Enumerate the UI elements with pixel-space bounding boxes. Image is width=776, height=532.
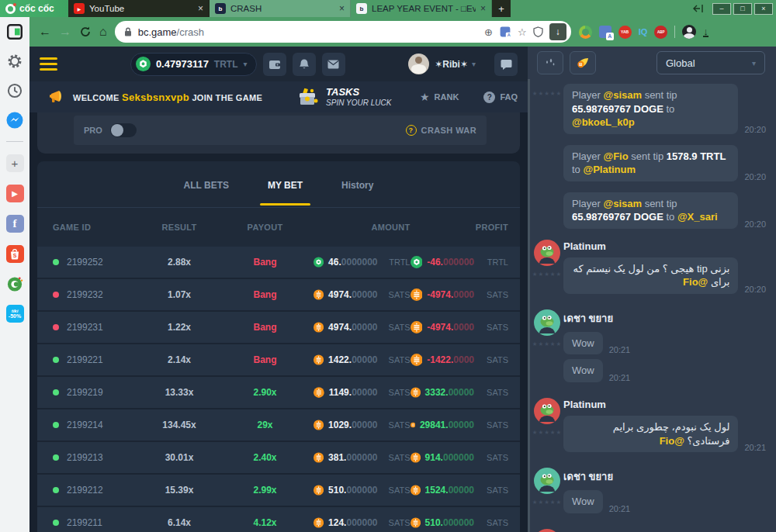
iq-extension-icon[interactable]: IQ — [639, 27, 648, 36]
table-row[interactable]: 2199214134.45x29x1029.00000SATS29841.000… — [37, 409, 520, 442]
messages-button[interactable] — [322, 53, 345, 76]
fireball-button[interactable]: B — [570, 51, 596, 74]
bookmark-star-icon[interactable]: ☆ — [518, 26, 527, 38]
chat-bubble[interactable]: Wow — [563, 332, 603, 355]
crash-war-link[interactable]: ? CRASH WAR — [406, 125, 476, 136]
avatar[interactable] — [534, 529, 560, 532]
avatar[interactable] — [534, 398, 560, 424]
payout-cell: Bang — [217, 354, 314, 365]
facebook-shortcut-icon[interactable]: f — [6, 215, 24, 233]
chat-messages: ★★★★★Player @sisam sent tip 65.98769767 … — [528, 79, 776, 532]
coin-rain-button[interactable] — [537, 51, 563, 74]
user-avatar[interactable] — [408, 54, 429, 74]
new-tab-button[interactable]: + — [492, 0, 511, 17]
table-row[interactable]: 219921215.39x2.99x510.000000SATS1524.000… — [37, 475, 520, 507]
user-level-stars: ★★★★★ — [532, 340, 563, 347]
reload-button[interactable] — [79, 26, 92, 38]
tip-bubble[interactable]: Player @sisam sent tip 65.98769767 DOGE … — [563, 84, 738, 134]
history-icon[interactable] — [6, 82, 23, 99]
settings-gear-icon[interactable] — [6, 53, 23, 70]
address-bar[interactable]: bc.game/crash ⊕ ☆ ↓ — [115, 21, 571, 43]
shopee-shortcut-icon[interactable]: S — [6, 245, 24, 263]
chat-username[interactable]: Platinum — [563, 530, 766, 532]
coccoc-shortcut-icon[interactable] — [6, 275, 23, 292]
chat-bubble[interactable]: Wow — [563, 359, 603, 382]
download-bar-icon[interactable]: ↓ — [549, 23, 566, 40]
rank-link[interactable]: ★ RANK — [420, 91, 459, 103]
wallet-button[interactable] — [263, 53, 286, 76]
tip-bubble[interactable]: Player @sisam sent tip 65.98769767 DOGE … — [563, 192, 738, 229]
chat-username[interactable]: เดชา ขยาย — [563, 468, 766, 485]
add-circle-icon[interactable]: ⊕ — [484, 26, 493, 38]
table-row[interactable]: 21992311.22xBang4974.00000SATS-4974.0000… — [37, 312, 520, 344]
forward-button[interactable]: → — [59, 25, 71, 39]
chat-toggle-button[interactable] — [494, 53, 518, 76]
back-button[interactable]: ← — [39, 25, 51, 39]
translate-extension-icon[interactable] — [599, 26, 611, 38]
tasks-widget[interactable]: TASKS SPIN YOUR LUCK — [296, 87, 391, 107]
table-row[interactable]: 219921913.33x2.90x1149.00000SATS3332.000… — [37, 377, 520, 409]
tab-my-bet[interactable]: MY BET — [266, 164, 304, 206]
profit-cell: -46.000000 — [411, 256, 475, 268]
tab-close-icon[interactable]: × — [198, 3, 203, 14]
youtube-shortcut-icon[interactable]: ▶ — [6, 185, 24, 202]
chat-username[interactable]: เดชา ขยาย — [563, 310, 766, 326]
adblock-extension-icon[interactable]: ABP — [654, 26, 667, 39]
minimize-button[interactable]: – — [712, 3, 731, 15]
avatar[interactable] — [534, 468, 560, 494]
tiki-shortcut-icon[interactable]: tiki-50% — [6, 305, 24, 323]
balance-currency: TRTL — [214, 59, 238, 70]
hamburger-menu-icon[interactable] — [40, 57, 57, 71]
chat-tip-message: Player @Fio sent tip 1578.9 TRTL to @Pla… — [531, 145, 766, 186]
faq-link[interactable]: ? FAQ — [483, 92, 518, 103]
close-button[interactable]: × — [754, 3, 773, 15]
home-button[interactable]: ⌂ — [99, 25, 107, 39]
chat-bubble[interactable]: Wow — [563, 490, 603, 513]
result-cell: 2.14x — [142, 354, 217, 365]
table-row[interactable]: 21992522.88xBang46.0000000TRTL-46.000000… — [37, 247, 520, 279]
profit-currency: SATS — [474, 420, 508, 430]
tip-bubble[interactable]: Player @Fio sent tip 1578.9 TRTL to @Pla… — [563, 145, 738, 181]
chat-username[interactable]: Platinum — [563, 240, 766, 252]
balance-selector[interactable]: 0.47973117 TRTL ▾ — [130, 53, 257, 76]
lock-icon — [124, 27, 132, 36]
game-id-cell: 2199213 — [53, 452, 142, 463]
tab-crash[interactable]: b CRASH × — [210, 0, 351, 17]
avatar[interactable] — [534, 309, 560, 336]
table-row[interactable]: 21992212.14xBang1422.00000SATS-1422.0000… — [37, 344, 520, 377]
downloads-icon[interactable]: ↓ — [703, 27, 708, 37]
translate-icon[interactable] — [501, 27, 511, 37]
yab-extension-icon[interactable]: YAB — [618, 26, 632, 39]
chat-bubble[interactable]: بزنی tip هیجی ؟ من لول یک نیستم که برای … — [563, 257, 738, 294]
chat-username[interactable]: Platinum — [563, 399, 766, 410]
idm-extension-icon[interactable] — [579, 26, 592, 39]
sidebar-toggle-icon[interactable] — [6, 23, 23, 40]
result-cell: 30.01x — [142, 452, 217, 463]
tab-youtube[interactable]: ▶ YouTube × — [68, 0, 210, 17]
coccoc-menu-button[interactable]: cốc cốc — [0, 0, 68, 17]
profile-icon[interactable] — [682, 25, 696, 39]
tab-all-bets[interactable]: ALL BETS — [182, 164, 230, 206]
chat-bubble[interactable]: لول یک نبودم، چطوری برایم فرستادی؟ @Fio — [563, 416, 738, 452]
status-dot — [53, 520, 59, 526]
profit-currency: SATS — [474, 453, 508, 462]
restore-button[interactable]: □ — [733, 3, 752, 15]
messenger-icon[interactable] — [6, 112, 23, 129]
tab-close-icon[interactable]: × — [339, 3, 345, 14]
table-row[interactable]: 21992116.14x4.12x124.000000SATS510.00000… — [37, 507, 520, 532]
game-id-cell: 2199221 — [53, 354, 142, 365]
tab-leap-year-event[interactable]: b LEAP YEAR EVENT - □Event - × — [351, 0, 492, 17]
avatar[interactable] — [534, 240, 560, 266]
pro-toggle[interactable] — [110, 123, 137, 137]
tab-history[interactable]: History — [340, 164, 375, 206]
game-id-cell: 2199252 — [53, 257, 142, 268]
chat-room-selector[interactable]: Global ▾ — [656, 51, 765, 74]
notifications-button[interactable] — [293, 53, 316, 76]
add-shortcut-button[interactable]: + — [6, 154, 24, 172]
tab-close-icon[interactable]: × — [480, 3, 486, 14]
table-row[interactable]: 219921330.01x2.40x381.000000SATS914.0000… — [37, 442, 520, 475]
table-row[interactable]: 21992321.07xBang4974.00000SATS-4974.0000… — [37, 279, 520, 312]
tab-collapse-icon[interactable] — [693, 5, 704, 12]
shield-icon[interactable] — [533, 26, 543, 37]
browser-toolbar: ← → ⌂ bc.game/crash ⊕ ☆ ↓ YAB IQ ABP ↓ — [29, 17, 776, 47]
